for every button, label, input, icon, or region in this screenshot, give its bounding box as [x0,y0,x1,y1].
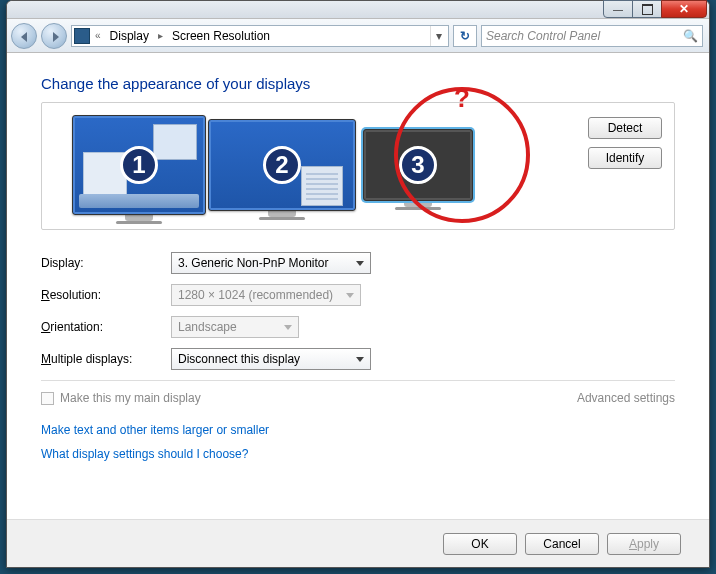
breadcrumb-display[interactable]: Display [106,27,153,45]
back-button[interactable] [11,23,37,49]
resolution-label: Resolution: [41,288,171,302]
main-display-label: Make this my main display [60,391,201,405]
monitor-3-number: 3 [399,146,437,184]
content: Change the appearance of your displays 1 [7,53,709,481]
control-panel-icon [74,28,90,44]
breadcrumb-root: « [92,30,104,41]
monitor-1-number: 1 [120,146,158,184]
identify-button[interactable]: Identify [588,147,662,169]
search-input[interactable]: Search Control Panel 🔍 [481,25,703,47]
multiple-displays-label: Multiple displays: [41,352,171,366]
maximize-button[interactable] [632,0,662,18]
breadcrumb-screen-resolution[interactable]: Screen Resolution [168,27,274,45]
search-icon[interactable]: 🔍 [683,29,698,43]
minimize-button[interactable]: — [603,0,633,18]
chevron-icon: ▸ [155,30,166,41]
titlebar: — ✕ [7,1,709,19]
forward-button[interactable] [41,23,67,49]
orientation-select: Landscape [171,316,299,338]
apply-button: Apply [607,533,681,555]
orientation-label: Orientation: [41,320,171,334]
navbar: « Display ▸ Screen Resolution ▾ ↻ Search… [7,19,709,53]
monitor-3[interactable]: 3 [363,129,473,210]
address-bar[interactable]: « Display ▸ Screen Resolution ▾ [71,25,449,47]
refresh-button[interactable]: ↻ [453,25,477,47]
window: — ✕ « Display ▸ Screen Resolution ▾ ↻ Se… [6,0,710,568]
detect-button[interactable]: Detect [588,117,662,139]
multiple-displays-select[interactable]: Disconnect this display [171,348,371,370]
close-button[interactable]: ✕ [661,0,707,18]
monitor-2[interactable]: 2 [208,119,356,220]
display-select[interactable]: 3. Generic Non-PnP Monitor [171,252,371,274]
address-dropdown[interactable]: ▾ [430,26,446,46]
footer: OK Cancel Apply [7,519,709,567]
page-title: Change the appearance of your displays [41,75,675,92]
resolution-select: 1280 × 1024 (recommended) [171,284,361,306]
cancel-button[interactable]: Cancel [525,533,599,555]
ok-button[interactable]: OK [443,533,517,555]
advanced-settings-link[interactable]: Advanced settings [577,391,675,405]
monitor-2-number: 2 [263,146,301,184]
display-label: Display: [41,256,171,270]
monitor-1[interactable]: 1 [72,115,206,224]
link-text-size[interactable]: Make text and other items larger or smal… [41,423,675,437]
search-placeholder: Search Control Panel [486,29,600,43]
display-preview: 1 2 3 ? [41,102,675,230]
main-display-checkbox [41,392,54,405]
link-help[interactable]: What display settings should I choose? [41,447,675,461]
